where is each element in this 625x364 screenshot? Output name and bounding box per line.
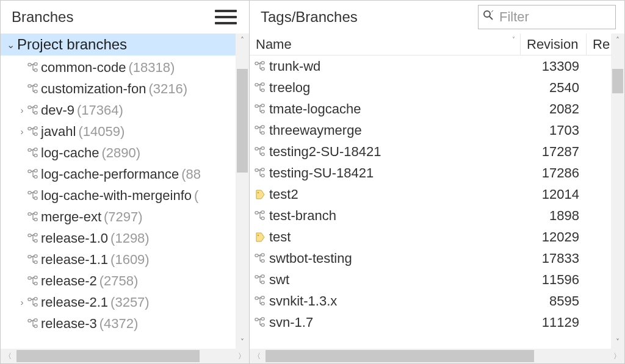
branch-icon [255,296,266,307]
tree-item-label: log-cache-performance [41,166,179,182]
table-row[interactable]: test12029 [250,226,611,248]
cell-revision: 2082 [521,101,587,117]
scroll-down-icon[interactable]: ˅ [236,335,249,349]
scroll-up-icon[interactable]: ˄ [611,34,624,47]
table-row[interactable]: trunk-wd13309 [250,55,611,77]
tree-item[interactable]: release-2(2758) [1,270,236,291]
row-name: tmate-logcache [269,101,361,117]
chevron-right-icon[interactable]: › [18,298,26,307]
cell-name: threewaymerge [250,123,521,138]
tree-item[interactable]: log-cache(2890) [1,142,236,163]
scroll-right-icon[interactable]: 〉 [610,349,624,363]
table-row[interactable]: swt11596 [250,269,611,290]
tree-item-count: ( [194,188,198,204]
tree-item[interactable]: merge-ext(7297) [1,206,236,227]
column-name-label: Name [256,37,292,52]
branches-title: Branches [12,9,73,26]
column-header-rest[interactable]: Re [587,34,611,55]
filter-input[interactable] [498,9,625,26]
tree-item[interactable]: customization-fon(3216) [1,78,236,99]
tree-item[interactable]: release-1.1(1609) [1,249,236,270]
branch-icon [27,276,38,287]
cell-name: test2 [250,187,521,202]
table-row[interactable]: testing2-SU-1842117287 [250,141,611,162]
table-row[interactable]: swtbot-testing17833 [250,248,611,269]
tags-table: Name ˅ Revision Re trunk-wd13309treelog2… [250,34,611,349]
tree-item-count: (7297) [104,209,143,225]
tree-item[interactable]: common-code(18318) [1,57,236,78]
filter-box [478,5,616,29]
branch-icon [255,210,266,221]
tags-branches-title: Tags/Branches [261,9,358,26]
scrollbar-thumb[interactable] [266,350,534,362]
table-row[interactable]: svn-1.711129 [250,312,611,333]
tree-root[interactable]: ⌄ Project branches [1,34,236,55]
table-row[interactable]: test-branch1898 [250,205,611,226]
cell-name: swtbot-testing [250,251,521,266]
scrollbar-thumb[interactable] [237,69,248,173]
tag-icon [255,189,266,200]
tree-item-count: (3257) [110,294,150,310]
tree-item-count: (4372) [99,316,139,332]
cell-name: tmate-logcache [250,101,521,117]
tree-item-label: release-2 [41,273,97,289]
branches-tree[interactable]: ⌄ Project branches common-code(18318)cus… [1,34,236,349]
tree-item-count: (18318) [128,60,175,76]
scrollbar-thumb[interactable] [612,69,623,93]
tree-item-count: (3216) [148,81,187,97]
scroll-left-icon[interactable]: 〈 [1,349,15,363]
scroll-right-icon[interactable]: 〉 [234,349,249,363]
tree-item[interactable]: log-cache-with-mergeinfo( [1,185,236,206]
tree-item-label: log-cache-with-mergeinfo [41,188,192,204]
branch-icon [255,104,266,115]
chevron-right-icon[interactable]: › [18,105,26,115]
tags-table-container: Name ˅ Revision Re trunk-wd13309treelog2… [250,34,624,349]
tree-list: common-code(18318)customization-fon(3216… [1,55,236,334]
branch-icon [27,148,38,159]
table-row[interactable]: threewaymerge1703 [250,120,611,141]
tree-item-label: release-2.1 [41,294,108,310]
tree-item[interactable]: ›javahl(14059) [1,121,236,142]
column-header-name[interactable]: Name ˅ [250,34,521,55]
row-name: test-branch [269,208,336,224]
tree-item-count: (2890) [101,145,140,161]
column-header-revision[interactable]: Revision [521,34,587,55]
app-root: Branches ⌄ Project branches common-code(… [0,0,625,364]
cell-revision: 1703 [521,123,587,138]
chevron-down-icon[interactable]: ⌄ [7,39,15,51]
branch-icon [27,84,38,95]
scroll-up-icon[interactable]: ˄ [236,34,249,47]
tree-item[interactable]: ›dev-9(17364) [1,99,236,121]
table-header: Name ˅ Revision Re [250,34,611,55]
row-name: svn-1.7 [269,315,313,330]
branch-icon [27,233,38,244]
scroll-left-icon[interactable]: 〈 [250,349,264,363]
tree-item[interactable]: ›release-2.1(3257) [1,291,236,313]
table-row[interactable]: treelog2540 [250,77,611,98]
table-row[interactable]: tmate-logcache2082 [250,98,611,120]
table-row[interactable]: test212014 [250,184,611,205]
scroll-down-icon[interactable]: ˅ [611,335,624,349]
tree-item[interactable]: log-cache-performance(88 [1,163,236,185]
branches-vertical-scrollbar[interactable]: ˄ ˅ [236,34,249,349]
tree-item-label: merge-ext [41,209,101,225]
tags-horizontal-scrollbar[interactable]: 〈 〉 [250,349,624,363]
tree-item[interactable]: release-1.0(1298) [1,227,236,249]
cell-name: testing2-SU-18421 [250,144,521,160]
chevron-right-icon[interactable]: › [18,127,26,137]
tree-item-count: (88 [181,166,201,182]
menu-icon[interactable] [215,6,237,28]
tree-item-label: customization-fon [41,81,146,97]
table-row[interactable]: testing-SU-1842117286 [250,162,611,184]
scrollbar-thumb[interactable] [16,350,200,362]
cell-revision: 1898 [521,208,587,224]
branches-horizontal-scrollbar[interactable]: 〈 〉 [1,349,249,363]
table-row[interactable]: svnkit-1.3.x8595 [250,290,611,312]
branch-icon [255,274,266,285]
cell-name: svnkit-1.3.x [250,293,521,309]
tree-item-label: release-1.1 [41,252,108,268]
cell-revision: 13309 [521,59,587,74]
cell-revision: 17286 [521,165,587,181]
tree-item[interactable]: release-3(4372) [1,313,236,334]
tags-vertical-scrollbar[interactable]: ˄ ˅ [611,34,624,349]
